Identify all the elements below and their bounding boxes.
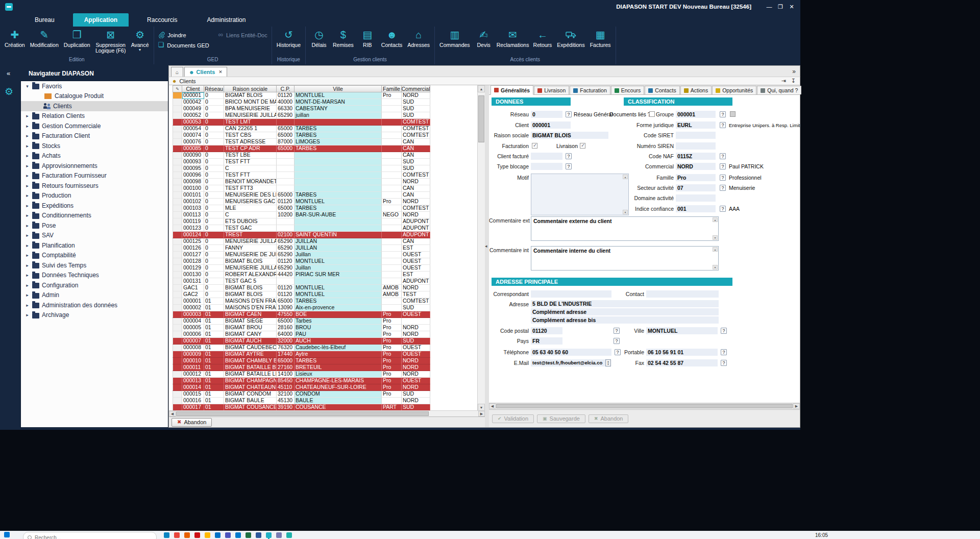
table-row[interactable]: 0000010BIGMAT BLOIS01120MONTLUELProNORD [173, 92, 485, 99]
reseau-field[interactable]: 0 [531, 111, 562, 118]
table-row[interactable]: 00000701BIGMAT AUCH32000AUCHProSUD [173, 338, 485, 345]
table-row[interactable]: 00001501BIGMAT CONDOM32100CONDOMProSUD [173, 391, 485, 398]
code-postal-field[interactable]: 01120 [531, 327, 562, 334]
table-row[interactable]: 0001130C10200BAR-SUR-AUBENEGONORD [173, 212, 485, 218]
client-facture-field[interactable] [531, 153, 562, 160]
telephone-field[interactable]: 05 63 40 50 60 [531, 349, 611, 356]
spin-down-icon[interactable]: ▾ [607, 363, 609, 365]
taskbar-search[interactable]: Recherch... [23, 532, 157, 539]
portable-field[interactable]: 06 10 56 91 01 [646, 349, 718, 356]
sidebar-item-expeditions[interactable]: ▸Expéditions [21, 201, 168, 211]
close-tab-icon[interactable]: ✕ [218, 69, 223, 75]
column-header-ville[interactable]: Ville [295, 85, 382, 92]
table-row[interactable]: 00001401BIGMAT CHATEAUNEUF45110CHATEAUNE… [173, 384, 485, 391]
code-siret-field[interactable] [676, 132, 716, 139]
menu-tab-raccourcis[interactable]: Raccourcis [136, 13, 188, 27]
table-row[interactable]: 0001250MENUISERIE JUILLANAIS65290JUILLAN… [173, 238, 485, 245]
pin-panel-icon[interactable]: ⇥ [781, 78, 786, 84]
famille-field[interactable]: Pro [676, 174, 716, 181]
vertical-scrollbar-thumb[interactable] [478, 95, 484, 142]
table-row[interactable]: 0001000TEST FTT3CAN [173, 185, 485, 192]
sidebar-item-facturation-fournisseur[interactable]: ▸Facturation Fournisseur [21, 171, 168, 181]
ribbon-button-factures[interactable]: ▦Factures [587, 28, 614, 48]
pane-splitter[interactable]: ◂ [485, 85, 489, 428]
groupe-field[interactable]: 000001 [676, 111, 716, 118]
taskbar-icon-opera[interactable] [194, 532, 200, 538]
table-row[interactable]: 00001101BIGMAT BATAILLE BRET27160BRETEUI… [173, 364, 485, 371]
indice-confiance-lookup-button[interactable]: ? [720, 206, 726, 212]
table-row[interactable]: GAC10BIGMAT BLOIS01120MONTLUELAMOBNORD [173, 285, 485, 291]
sidebar-item-administration-des-donnees[interactable]: ▸Administration des données [21, 300, 168, 310]
sidebar-item-favoris[interactable]: ▾Favoris [21, 81, 168, 91]
adresse-complement-field[interactable]: Complément adresse [531, 308, 719, 315]
column-header-c-p[interactable]: C.P. [277, 85, 295, 92]
table-row[interactable]: 0001260FANNY65290JUILLANEST [173, 245, 485, 252]
type-blocage-field[interactable] [531, 163, 562, 170]
ville-field[interactable]: MONTLUEL [646, 327, 718, 334]
telephone-lookup-button[interactable]: ? [615, 349, 621, 355]
commercial-lookup-button[interactable]: ? [720, 163, 726, 169]
table-row[interactable]: 0001010MENUISERIE DES LILAS65000TARBESCA… [173, 192, 485, 199]
type-blocage-lookup-button[interactable]: ? [566, 163, 572, 169]
ville-lookup-button[interactable]: ? [721, 328, 727, 334]
table-row[interactable]: 00001201BIGMAT BATAILLE LISIE14100Lisieu… [173, 371, 485, 378]
table-row[interactable]: 00000801BIGMAT CAUDEBEC76320Caudebec-lès… [173, 345, 485, 351]
ribbon-button-rib[interactable]: ▤RIB [356, 28, 379, 48]
table-row[interactable]: 0000420BRICO MONT DE MARSA40000MONT-DE-M… [173, 99, 485, 106]
column-header-raison-sociale[interactable]: Raison sociale [224, 85, 277, 92]
scroll-right-button[interactable]: ▶ [793, 403, 800, 409]
ribbon-button-suppression-logique-f6[interactable]: ⊠Suppression Logique (F6) [93, 28, 129, 54]
sidebar-item-catalogue-produit[interactable]: Catalogue Produit [21, 91, 168, 102]
famille-lookup-button[interactable]: ? [720, 175, 726, 181]
sidebar-item-achats[interactable]: ▸Achats [21, 151, 168, 161]
table-row[interactable]: 00001301BIGMAT CHAMPAGNE-L85450CHAMPAGNE… [173, 378, 485, 384]
portable-lookup-button[interactable]: ? [721, 349, 727, 355]
sidebar-item-planification[interactable]: ▸Planification [21, 240, 168, 251]
table-row[interactable]: 0000950CSUD [173, 165, 485, 172]
ribbon-button-avance[interactable]: ⚙Avancé▾ [129, 28, 152, 52]
menu-tab-bureau[interactable]: Bureau [23, 13, 66, 27]
sidebar-item-gestion-commerciale[interactable]: ▸Gestion Commerciale [21, 121, 168, 131]
table-row[interactable]: 0001240TREST02100SAINT QUENTINADUPONT [173, 232, 485, 238]
column-header-client[interactable]: Client [182, 85, 204, 92]
grid-horizontal-scrollbar[interactable]: ◀ ▶ [169, 410, 485, 416]
table-row[interactable]: GAC20BIGMAT BLOIS01120MONTLUELAMOBTEST [173, 291, 485, 298]
forme-juridique-lookup-button[interactable]: ? [720, 122, 726, 128]
scroll-down-button[interactable]: ▼ [478, 404, 485, 410]
more-tabs-icon[interactable]: » [792, 68, 796, 75]
table-row[interactable]: 00000301BIGMAT CAEN47550BOEProOUEST [173, 311, 485, 318]
adresse-field[interactable]: 5 BLD DE L'INDUSTRIE [531, 300, 719, 307]
domaine-activite-field[interactable] [676, 194, 716, 202]
scroll-up-icon[interactable]: ▴ [713, 217, 718, 222]
abandon-detail-button[interactable]: ✖ Abandon [589, 414, 629, 423]
code-naf-field[interactable]: 0115Z [676, 153, 716, 160]
maximize-button[interactable]: ❐ [775, 4, 786, 10]
taskbar-icon-paint[interactable] [276, 532, 282, 538]
ribbon-button-liens-entite-doc[interactable]: ∞Liens Entité-Doc [216, 30, 270, 40]
taskbar-icon-excel[interactable] [246, 532, 251, 538]
table-row[interactable]: 0001020MENUISERIES GAC01120MONTLUELProNO… [173, 199, 485, 205]
correspondant-field[interactable] [531, 290, 611, 298]
ribbon-button-adresses[interactable]: ⌂Adresses [405, 28, 432, 48]
taskbar-icon-terminal[interactable] [286, 532, 292, 538]
close-button[interactable]: ✕ [786, 4, 797, 10]
sidebar-item-comptabilite[interactable]: ▸Comptabilité [21, 251, 168, 261]
table-row[interactable]: 00001701BIGMAT COUSANCE39190COUSANCEPART… [173, 404, 485, 410]
reseau-lookup-button[interactable]: ? [566, 111, 572, 117]
column-header-reseau[interactable]: Réseau [204, 85, 224, 92]
table-row[interactable]: 00001601BIGMAT BAULE45130BAULENORD [173, 398, 485, 404]
table-row[interactable]: 0000900TEST LBECAN [173, 152, 485, 159]
table-row[interactable]: 0000540CAN 22265 165000TARBESCOMTEST [173, 126, 485, 132]
forme-juridique-field[interactable]: EURL [676, 121, 716, 129]
secteur-activite-field[interactable]: 07 [676, 184, 716, 191]
table-row[interactable]: 0001310TEST GAC 5ADUPONT [173, 278, 485, 285]
sidebar-item-pose[interactable]: ▸Pose [21, 220, 168, 231]
table-row[interactable]: 0000490BPA MENUISERIE66330CABESTANYSUD [173, 106, 485, 112]
export-icon[interactable]: ↧ [791, 78, 796, 84]
ribbon-button-contacts[interactable]: ☻Contacts [379, 28, 405, 48]
taskbar-icon-mail[interactable] [215, 532, 220, 538]
taskbar-icon-explorer[interactable] [205, 532, 210, 538]
table-row[interactable]: 0001230TEST GACADUPONT [173, 225, 485, 232]
table-row[interactable]: 0000740TEST CBS65000TARBESCOMTEST [173, 132, 485, 139]
taskbar-icon-diapason[interactable] [266, 532, 272, 538]
